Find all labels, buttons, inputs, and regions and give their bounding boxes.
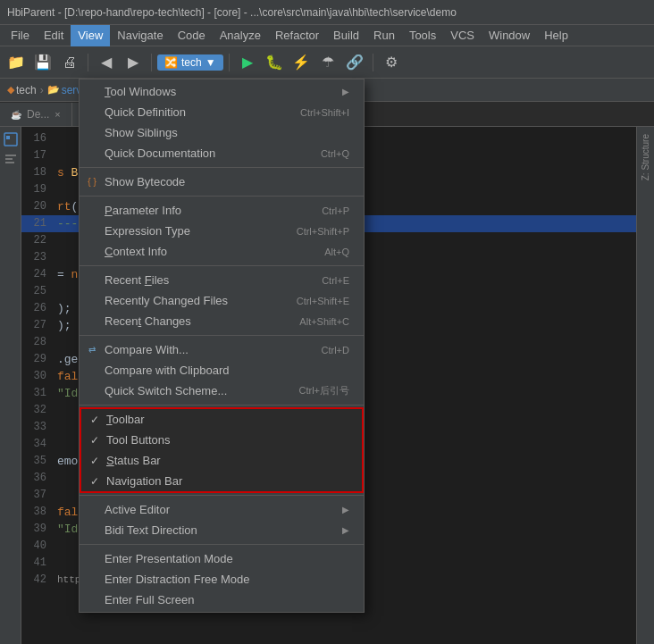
recently-changed-files-shortcut: Ctrl+Shift+E — [297, 296, 349, 306]
menu-divider-4 — [80, 335, 364, 336]
menu-help[interactable]: Help — [537, 25, 575, 46]
context-info-label: Context Info — [105, 245, 167, 258]
menu-section-1: Tool Windows Quick Definition Ctrl+Shift… — [80, 79, 364, 165]
toolbar-sep-3 — [229, 54, 230, 71]
toolbar-btn-1[interactable]: 📁 — [4, 50, 29, 75]
menu-item-full-screen[interactable]: Enter Full Screen — [80, 590, 364, 610]
menu-item-tool-buttons[interactable]: Tool Buttons — [81, 430, 362, 450]
branch-chevron: ▼ — [205, 56, 216, 69]
menu-build[interactable]: Build — [326, 25, 366, 46]
menu-item-toolbar[interactable]: Toolbar — [81, 409, 362, 430]
menu-analyze[interactable]: Analyze — [213, 25, 268, 46]
menu-navigate[interactable]: Navigate — [110, 25, 170, 46]
menu-item-show-siblings[interactable]: Show Siblings — [80, 122, 364, 143]
menu-item-recently-changed-files[interactable]: Recently Changed Files Ctrl+Shift+E — [80, 290, 364, 311]
menu-item-context-info[interactable]: Context Info Alt+Q — [80, 241, 364, 262]
quick-definition-label: Quick Definition — [105, 105, 186, 119]
menu-section-6: Active Editor Bidi Text Direction — [80, 498, 364, 542]
nav-label-tech: tech — [16, 84, 37, 96]
menu-item-show-bytecode[interactable]: { } Show Bytecode — [80, 171, 364, 192]
toolbar-btn-forward[interactable]: ▶ — [121, 50, 146, 75]
tab-icon-1: ☕ — [11, 110, 21, 120]
sidebar — [0, 127, 21, 644]
toolbar-attach-btn[interactable]: 🔗 — [342, 50, 367, 75]
parameter-info-label: Parameter Info — [105, 204, 181, 217]
full-screen-label: Enter Full Screen — [105, 593, 194, 606]
recent-changes-label: Recent Changes — [105, 314, 191, 328]
expression-type-label: Expression Type — [105, 224, 190, 238]
navigation-bar-label: Navigation Bar — [106, 474, 182, 488]
bidi-text-label: Bidi Text Direction — [105, 523, 197, 537]
menu-item-recent-files[interactable]: Recent Files Ctrl+E — [80, 270, 364, 290]
menu-edit[interactable]: Edit — [37, 25, 71, 46]
svg-rect-1 — [6, 136, 10, 139]
menu-item-expression-type[interactable]: Expression Type Ctrl+Shift+P — [80, 221, 364, 241]
show-siblings-label: Show Siblings — [105, 126, 178, 139]
compare-with-shortcut: Ctrl+D — [322, 345, 349, 355]
menu-item-status-bar[interactable]: Status Bar — [81, 450, 362, 471]
toolbar-debug-btn[interactable]: 🐛 — [262, 50, 287, 75]
menu-run[interactable]: Run — [366, 25, 402, 46]
menu-vcs[interactable]: VCS — [443, 25, 482, 46]
toolbar-run-btn[interactable]: ▶ — [235, 50, 260, 75]
menu-file[interactable]: File — [4, 25, 37, 46]
menu-divider-5 — [80, 405, 364, 406]
sidebar-structure-icon[interactable] — [2, 150, 20, 168]
toolbar-sep-4 — [373, 54, 373, 71]
compare-with-label: Compare With... — [105, 343, 189, 356]
menu-item-quick-documentation[interactable]: Quick Documentation Ctrl+Q — [80, 143, 364, 163]
module-icon: ◆ — [7, 84, 14, 96]
recent-files-shortcut: Ctrl+E — [322, 275, 349, 286]
menu-item-compare-clipboard[interactable]: Compare with Clipboard — [80, 360, 364, 381]
menu-refactor[interactable]: Refactor — [268, 25, 326, 46]
menu-item-recent-changes[interactable]: Recent Changes Alt+Shift+C — [80, 311, 364, 331]
structure-label[interactable]: Z: Structure — [639, 130, 652, 184]
structure-panel: Z: Structure — [636, 127, 654, 644]
title-bar: HbiParent - [D:\repo-hand\repo-tech\tech… — [0, 0, 654, 25]
menu-item-active-editor[interactable]: Active Editor — [80, 499, 364, 520]
folder-icon-service: 📂 — [47, 84, 60, 96]
menu-item-distraction-free[interactable]: Enter Distraction Free Mode — [80, 569, 364, 590]
menu-code[interactable]: Code — [171, 25, 213, 46]
branch-label: tech — [181, 56, 202, 69]
parameter-info-shortcut: Ctrl+P — [322, 205, 349, 216]
compare-icon: ⇄ — [85, 343, 99, 357]
menu-section-7: Enter Presentation Mode Enter Distractio… — [80, 547, 364, 612]
quick-switch-scheme-label: Quick Switch Scheme... — [105, 384, 227, 397]
bytecode-icon: { } — [85, 175, 99, 189]
menu-item-parameter-info[interactable]: Parameter Info Ctrl+P — [80, 200, 364, 221]
title-text: HbiParent - [D:\repo-hand\repo-tech\tech… — [7, 6, 457, 19]
menu-tools[interactable]: Tools — [402, 25, 443, 46]
toolbar-btn-2[interactable]: 💾 — [30, 50, 55, 75]
menu-section-5: ⇄ Compare With... Ctrl+D Compare with Cl… — [80, 338, 364, 403]
checked-section: Toolbar Tool Buttons Status Bar Navigati… — [80, 407, 364, 493]
tab-de[interactable]: ☕ De... × — [0, 103, 72, 126]
toolbar-sep-1 — [88, 54, 88, 71]
toolbar-profile-btn[interactable]: ⚡ — [289, 50, 314, 75]
toolbar-settings-btn[interactable]: ⚙ — [379, 50, 404, 75]
menu-item-presentation-mode[interactable]: Enter Presentation Mode — [80, 548, 364, 569]
tab-close-1[interactable]: × — [54, 109, 60, 120]
tool-buttons-label: Tool Buttons — [106, 433, 171, 447]
toolbar-coverage-btn[interactable]: ☂ — [315, 50, 340, 75]
compare-clipboard-label: Compare with Clipboard — [105, 364, 229, 377]
menu-section-4: Recent Files Ctrl+E Recently Changed Fil… — [80, 268, 364, 333]
menu-view[interactable]: View — [71, 25, 110, 46]
menu-item-bidi-text[interactable]: Bidi Text Direction — [80, 520, 364, 540]
nav-item-tech[interactable]: ◆ tech — [7, 84, 37, 96]
view-dropdown-menu: Tool Windows Quick Definition Ctrl+Shift… — [79, 79, 365, 613]
toolbar-btn-back[interactable]: ◀ — [94, 50, 119, 75]
menu-item-tool-windows[interactable]: Tool Windows — [80, 81, 364, 102]
menu-item-compare-with[interactable]: ⇄ Compare With... Ctrl+D — [80, 339, 364, 360]
menu-item-quick-definition[interactable]: Quick Definition Ctrl+Shift+I — [80, 102, 364, 122]
menu-item-quick-switch-scheme[interactable]: Quick Switch Scheme... Ctrl+后引号 — [80, 381, 364, 401]
menu-bar: File Edit View Navigate Code Analyze Ref… — [0, 25, 654, 46]
branch-selector[interactable]: 🔀 tech ▼ — [157, 54, 223, 71]
menu-item-navigation-bar[interactable]: Navigation Bar — [81, 471, 362, 491]
menu-divider-3 — [80, 265, 364, 266]
sidebar-project-icon[interactable] — [2, 130, 20, 148]
menu-window[interactable]: Window — [482, 25, 537, 46]
presentation-mode-label: Enter Presentation Mode — [105, 552, 233, 565]
recently-changed-files-label: Recently Changed Files — [105, 294, 228, 307]
toolbar-btn-3[interactable]: 🖨 — [57, 50, 82, 75]
